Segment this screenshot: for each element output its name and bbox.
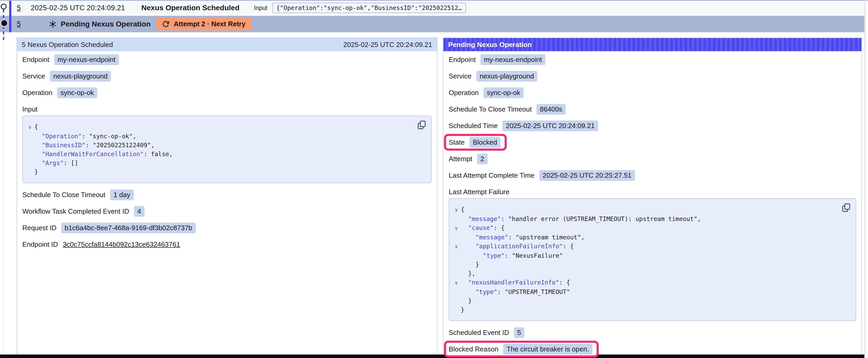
field-attempt: Attempt 2: [449, 154, 856, 164]
pending-operation-row[interactable]: 5 Pending Nexus Operation Attempt 2 · Ne…: [0, 16, 864, 32]
field-label: Operation: [22, 89, 52, 97]
field-service: Service nexus-playground: [22, 71, 432, 82]
field-scheduled-event-id: Scheduled Event ID 5: [449, 327, 856, 338]
field-value-badge: sync-op-ok: [484, 88, 524, 98]
event-row-scheduled[interactable]: 5 2025-02-25 UTC 20:24:09.21 Nexus Opera…: [0, 1, 864, 15]
collapse-chevron-icon[interactable]: ∨: [452, 205, 461, 215]
json-line: ∨"nexusHandlerFailureInfo": {: [452, 278, 839, 287]
right-border: [865, 0, 865, 358]
json-line: "type": "NexusFailure": [452, 251, 839, 260]
field-label: Last Attempt Failure: [449, 188, 509, 196]
timeline-track: [3, 41, 4, 354]
field-blocked-reason: Blocked Reason The circuit breaker is op…: [449, 344, 592, 354]
json-line: ∨{: [452, 205, 839, 215]
field-label: Request ID: [22, 224, 57, 232]
asterisk-icon: [49, 20, 57, 28]
json-line: ∨"applicationFailureInfo": {: [452, 242, 839, 251]
pending-operation-card: Pending Nexus Operation Endpoint my-nexu…: [443, 37, 862, 358]
json-line: },: [452, 269, 839, 278]
input-json-viewer: ∨{ "Operation": "sync-op-ok", "BusinessI…: [22, 116, 432, 183]
field-label: Scheduled Time: [449, 122, 498, 130]
field-value-badge: nexus-playground: [50, 71, 111, 82]
copy-icon[interactable]: [842, 203, 850, 212]
json-line: }: [452, 296, 839, 305]
field-schedule-to-close-timeout: Schedule To Close Timeout 86400s: [449, 104, 856, 115]
field-endpoint: Endpoint my-nexus-endpoint: [22, 54, 432, 65]
pending-operation-header[interactable]: Pending Nexus Operation: [443, 38, 862, 51]
json-line: "BusinessID": "20250225122409",: [26, 141, 414, 150]
json-line: ∨{: [26, 122, 414, 132]
retry-status-badge: Attempt 2 · Next Retry: [156, 18, 251, 30]
field-endpoint: Endpoint my-nexus-endpoint: [449, 54, 856, 65]
field-value-badge: sync-op-ok: [57, 88, 97, 98]
field-schedule-to-close-timeout: Schedule To Close Timeout 1 day: [22, 190, 432, 200]
field-label: Last Attempt Complete Time: [449, 171, 535, 180]
field-service: Service nexus-playground: [449, 71, 856, 82]
field-label: Schedule To Close Timeout: [22, 191, 105, 199]
json-line: "type": "UPSTREAM_TIMEOUT": [452, 287, 839, 296]
retry-badge-label: Attempt 2 · Next Retry: [174, 20, 245, 28]
field-label: Attempt: [449, 155, 472, 163]
copy-icon[interactable]: [417, 120, 426, 130]
event-timestamp: 2025-02-25 UTC 20:24:09.21: [31, 4, 125, 12]
field-label: State: [449, 138, 465, 147]
field-label: Operation: [449, 89, 479, 97]
json-line: }: [26, 167, 414, 176]
collapse-chevron-icon[interactable]: ∨: [452, 242, 461, 251]
retry-icon: [162, 21, 169, 28]
json-line: "message": "handler error (UPSTREAM_TIME…: [452, 215, 839, 223]
state-value-badge: Blocked: [469, 137, 501, 148]
failure-json-viewer: ∨{ "message": "handler error (UPSTREAM_T…: [449, 198, 856, 321]
field-label: Service: [449, 72, 471, 80]
field-label: Endpoint ID: [22, 240, 58, 249]
event-open-circle-icon: [1, 4, 6, 9]
event-id-link[interactable]: 5: [17, 20, 21, 28]
field-value-badge: 5: [514, 327, 524, 338]
field-value-badge: b1c6a4bc-8ee7-468a-9169-df3b02c8737b: [61, 223, 196, 233]
input-preview-chip[interactable]: {"Operation":"sync-op-ok","BusinessID":"…: [272, 3, 466, 13]
blocked-reason-value-badge: The circuit breaker is open.: [503, 344, 592, 355]
event-filled-circle-icon: [1, 20, 7, 26]
event-detail-title: 5 Nexus Operation Scheduled: [22, 41, 113, 49]
field-label: Input: [22, 105, 37, 113]
field-scheduled-time: Scheduled Time 2025-02-25 UTC 20:24:09.2…: [449, 121, 856, 131]
field-operation: Operation sync-op-ok: [22, 88, 432, 98]
field-label: Service: [22, 72, 45, 80]
field-state: State Blocked: [449, 137, 500, 148]
field-value-badge: 86400s: [536, 104, 566, 115]
event-id-link[interactable]: 5: [17, 4, 21, 12]
field-label: Schedule To Close Timeout: [449, 105, 532, 113]
json-line: "Args": []: [26, 159, 414, 167]
field-operation: Operation sync-op-ok: [449, 88, 856, 98]
pending-operation-title: Pending Nexus Operation: [61, 20, 151, 28]
field-value-badge: my-nexus-endpoint: [480, 54, 546, 65]
field-last-attempt-failure-label: Last Attempt Failure: [449, 187, 856, 197]
blocked-reason-highlight-annotation: Blocked Reason The circuit breaker is op…: [444, 341, 599, 357]
field-workflow-task-completed-event-id: Workflow Task Completed Event ID 4: [22, 206, 432, 217]
state-highlight-annotation: State Blocked: [444, 134, 507, 151]
field-value-badge: 2025-02-25 UTC 20:25:27.51: [539, 170, 635, 181]
endpoint-id-link[interactable]: 3c0c75ccfa8144b092c13ce632463761: [63, 240, 180, 249]
json-line: }: [452, 260, 839, 269]
field-endpoint-id: Endpoint ID 3c0c75ccfa8144b092c13ce63246…: [22, 239, 432, 250]
field-value-badge: my-nexus-endpoint: [54, 54, 119, 65]
field-label: Workflow Task Completed Event ID: [22, 207, 129, 216]
field-label: Blocked Reason: [449, 345, 498, 353]
field-label: Endpoint: [449, 56, 476, 64]
field-request-id: Request ID b1c6a4bc-8ee7-468a-9169-df3b0…: [22, 223, 432, 233]
event-detail-header[interactable]: 5 Nexus Operation Scheduled 2025-02-25 U…: [17, 38, 437, 51]
selected-events-indicator-bar: [9, 1, 11, 32]
field-value-badge: nexus-playground: [476, 71, 537, 82]
field-last-attempt-complete-time: Last Attempt Complete Time 2025-02-25 UT…: [449, 170, 856, 181]
pending-operation-header-title: Pending Nexus Operation: [448, 41, 532, 49]
collapse-chevron-icon[interactable]: ∨: [26, 122, 34, 132]
field-value-badge: 1 day: [110, 190, 134, 200]
collapse-chevron-icon[interactable]: ∨: [452, 278, 461, 287]
field-label: Scheduled Event ID: [449, 329, 509, 337]
field-value-badge: 2: [477, 154, 488, 164]
json-line: "HandlerWaitForCancellation": false,: [26, 150, 414, 159]
input-label: Input: [254, 4, 268, 11]
collapse-chevron-icon[interactable]: ∨: [452, 223, 461, 233]
event-detail-timestamp: 2025-02-25 UTC 20:24:09.21: [343, 41, 432, 49]
json-line: ∨"cause": {: [452, 223, 839, 233]
